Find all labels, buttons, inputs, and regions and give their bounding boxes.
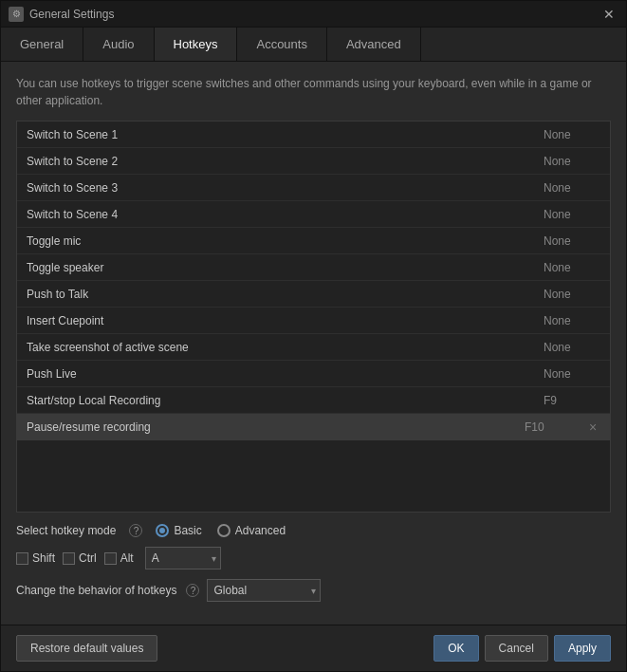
hotkey-name: Pause/resume recording bbox=[27, 420, 525, 434]
hotkey-value: None bbox=[544, 155, 600, 168]
hotkey-name: Toggle speaker bbox=[27, 261, 544, 274]
hotkey-name: Switch to Scene 4 bbox=[27, 208, 544, 221]
radio-advanced-circle bbox=[217, 524, 231, 537]
apply-button[interactable]: Apply bbox=[554, 635, 611, 662]
hotkey-value: None bbox=[544, 208, 600, 221]
hotkey-row[interactable]: Take screenshot of active sceneNone bbox=[17, 334, 610, 361]
hotkey-name: Switch to Scene 3 bbox=[27, 181, 544, 195]
footer-right: OK Cancel Apply bbox=[433, 635, 611, 662]
close-button[interactable]: ✕ bbox=[599, 5, 618, 24]
hotkey-value: None bbox=[544, 314, 600, 327]
tab-audio[interactable]: Audio bbox=[83, 28, 154, 61]
key-dropdown[interactable]: A B C bbox=[145, 547, 221, 569]
radio-advanced-label: Advanced bbox=[235, 524, 286, 537]
hotkey-mode-help-icon[interactable]: ? bbox=[129, 524, 142, 537]
hotkey-name: Insert Cuepoint bbox=[27, 314, 544, 327]
options-section: Select hotkey mode ? Basic Advanced Shif… bbox=[16, 524, 611, 611]
ctrl-checkbox[interactable]: Ctrl bbox=[63, 551, 97, 565]
hotkeys-list: Switch to Scene 1NoneSwitch to Scene 2No… bbox=[16, 121, 611, 513]
hotkey-value: F9 bbox=[544, 394, 600, 407]
tab-general[interactable]: General bbox=[1, 28, 83, 61]
app-icon: ⚙ bbox=[9, 7, 24, 22]
alt-checkbox-box bbox=[104, 552, 117, 565]
content-area: You can use hotkeys to trigger scene swi… bbox=[1, 62, 626, 625]
hotkey-name: Push to Talk bbox=[27, 288, 544, 301]
hotkey-name: Take screenshot of active scene bbox=[27, 341, 544, 354]
hotkey-name: Start/stop Local Recording bbox=[27, 394, 544, 407]
tab-hotkeys[interactable]: Hotkeys bbox=[155, 28, 238, 61]
hotkey-name: Push Live bbox=[27, 367, 544, 381]
hotkey-row[interactable]: Push LiveNone bbox=[17, 361, 610, 387]
hotkey-mode-label: Select hotkey mode bbox=[16, 524, 116, 537]
key-dropdown-wrapper: A B C bbox=[145, 547, 221, 569]
hotkey-row[interactable]: Push to TalkNone bbox=[17, 281, 610, 308]
behavior-help-icon[interactable]: ? bbox=[186, 584, 199, 597]
behavior-row: Change the behavior of hotkeys ? Global … bbox=[16, 579, 611, 602]
hotkey-value: None bbox=[544, 341, 600, 354]
main-window: ⚙ General Settings ✕ General Audio Hotke… bbox=[0, 0, 627, 672]
window-title: General Settings bbox=[29, 8, 599, 21]
restore-defaults-button[interactable]: Restore default values bbox=[16, 635, 157, 662]
radio-advanced[interactable]: Advanced bbox=[217, 524, 286, 537]
key-select: A B C bbox=[145, 547, 221, 569]
ctrl-checkbox-box bbox=[63, 552, 75, 565]
tab-advanced[interactable]: Advanced bbox=[327, 28, 421, 61]
hotkeys-description: You can use hotkeys to trigger scene swi… bbox=[16, 75, 611, 109]
ok-button[interactable]: OK bbox=[433, 635, 478, 662]
behavior-label: Change the behavior of hotkeys bbox=[16, 584, 176, 597]
behavior-dropdown-wrapper: Global Focus Always bbox=[207, 579, 321, 602]
hotkey-row[interactable]: Switch to Scene 3None bbox=[17, 175, 610, 201]
hotkey-row[interactable]: Toggle micNone bbox=[17, 228, 610, 254]
hotkey-row[interactable]: Switch to Scene 2None bbox=[17, 148, 610, 175]
hotkey-value: None bbox=[544, 367, 600, 381]
hotkey-row[interactable]: Switch to Scene 1None bbox=[17, 121, 610, 148]
hotkey-row[interactable]: Start/stop Local RecordingF9 bbox=[17, 387, 610, 414]
alt-label: Alt bbox=[120, 551, 134, 565]
hotkey-name: Toggle mic bbox=[27, 234, 544, 248]
hotkey-name: Switch to Scene 1 bbox=[27, 128, 544, 141]
tab-accounts[interactable]: Accounts bbox=[237, 28, 326, 61]
shift-label: Shift bbox=[32, 551, 55, 565]
alt-checkbox[interactable]: Alt bbox=[104, 551, 134, 565]
hotkey-value: None bbox=[544, 181, 600, 195]
tab-bar: General Audio Hotkeys Accounts Advanced bbox=[1, 28, 626, 62]
hotkey-row[interactable]: Insert CuepointNone bbox=[17, 308, 610, 334]
cancel-button[interactable]: Cancel bbox=[485, 635, 548, 662]
hotkey-value: None bbox=[544, 128, 600, 141]
ctrl-label: Ctrl bbox=[79, 551, 97, 565]
hotkey-value: None bbox=[544, 288, 600, 301]
hotkey-clear-icon[interactable]: × bbox=[585, 420, 600, 435]
hotkey-value: None bbox=[544, 261, 600, 274]
shift-checkbox[interactable]: Shift bbox=[16, 551, 55, 565]
hotkey-mode-row: Select hotkey mode ? Basic Advanced bbox=[16, 524, 611, 537]
radio-basic-label: Basic bbox=[174, 524, 201, 537]
hotkey-row[interactable]: Pause/resume recordingF10× bbox=[17, 414, 610, 440]
hotkey-name: Switch to Scene 2 bbox=[27, 155, 544, 168]
shift-checkbox-box bbox=[16, 552, 28, 565]
hotkey-value: None bbox=[544, 234, 600, 248]
radio-basic-circle bbox=[156, 524, 169, 537]
hotkey-value: F10 bbox=[525, 420, 581, 434]
modifiers-row: Shift Ctrl Alt A B C bbox=[16, 547, 611, 569]
hotkey-row[interactable]: Switch to Scene 4None bbox=[17, 201, 610, 228]
radio-basic[interactable]: Basic bbox=[156, 524, 201, 537]
behavior-dropdown[interactable]: Global Focus Always bbox=[207, 579, 321, 602]
footer-left: Restore default values bbox=[16, 635, 433, 662]
title-bar: ⚙ General Settings ✕ bbox=[1, 1, 626, 28]
hotkey-row[interactable]: Toggle speakerNone bbox=[17, 254, 610, 281]
footer: Restore default values OK Cancel Apply bbox=[1, 625, 626, 671]
